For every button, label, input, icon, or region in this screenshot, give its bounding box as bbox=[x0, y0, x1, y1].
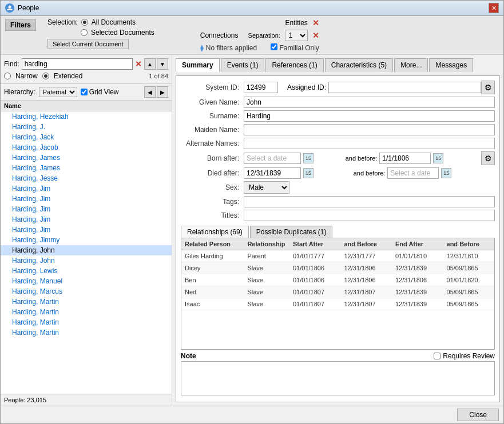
th-end-after: End After bbox=[392, 239, 443, 249]
list-item[interactable]: Harding, John bbox=[1, 245, 172, 255]
assigned-id-input[interactable] bbox=[328, 82, 481, 93]
tags-label: Tags: bbox=[181, 198, 244, 206]
titles-label: Titles: bbox=[181, 211, 244, 219]
th-related-person: Related Person bbox=[181, 239, 244, 249]
maiden-name-row: Maiden Name: bbox=[181, 124, 495, 135]
tab-messages[interactable]: Messages bbox=[429, 58, 473, 72]
tab-events[interactable]: Events (1) bbox=[221, 58, 265, 72]
born-after-calendar-button[interactable]: 15 bbox=[303, 153, 313, 163]
requires-review-container: Requires Review bbox=[434, 352, 495, 360]
hier-next-button[interactable]: ▶ bbox=[157, 86, 168, 98]
list-item[interactable]: Harding, Jacob bbox=[1, 142, 172, 153]
hier-prev-button[interactable]: ◀ bbox=[144, 86, 156, 98]
list-item[interactable]: Harding, Jim bbox=[1, 194, 172, 204]
died-after-input[interactable] bbox=[244, 167, 301, 179]
tab-characteristics[interactable]: Characteristics (5) bbox=[325, 58, 393, 72]
td-relationship: Slave bbox=[244, 287, 289, 297]
window-close-button[interactable]: ✕ bbox=[489, 3, 499, 13]
grid-view-label: Grid View bbox=[89, 88, 119, 96]
familial-only-checkbox[interactable] bbox=[271, 43, 277, 50]
tab-references[interactable]: References (1) bbox=[265, 58, 323, 72]
list-item[interactable]: Harding, Marcus bbox=[1, 286, 172, 297]
note-textarea[interactable] bbox=[181, 361, 495, 395]
surname-row: Surname: bbox=[181, 110, 495, 122]
list-item[interactable]: Harding, Jesse bbox=[1, 173, 172, 183]
table-row[interactable]: Giles Harding Parent 01/01/1777 12/31/17… bbox=[181, 250, 494, 262]
sub-tab-possible-duplicates[interactable]: Possible Duplicates (1) bbox=[250, 226, 333, 238]
died-before-calendar-button[interactable]: 15 bbox=[441, 168, 451, 178]
given-name-row: Given Name: bbox=[181, 97, 495, 108]
born-after-label: Born after: bbox=[181, 154, 244, 162]
td-end-after: 12/31/1806 bbox=[392, 275, 443, 285]
died-and-before-label: and before: bbox=[354, 170, 386, 177]
find-next-button[interactable]: ▼ bbox=[157, 58, 168, 70]
list-item[interactable]: Harding, Martin bbox=[1, 307, 172, 317]
sex-select[interactable]: MaleFemaleUnknown bbox=[244, 181, 289, 194]
titles-input[interactable] bbox=[244, 210, 495, 221]
table-row[interactable]: Isaac Slave 01/01/1807 12/31/1807 12/31/… bbox=[181, 298, 494, 310]
born-after-input[interactable] bbox=[244, 153, 301, 164]
surname-input[interactable] bbox=[244, 110, 495, 122]
list-item[interactable]: Harding, Jim bbox=[1, 183, 172, 194]
table-row[interactable]: Ned Slave 01/01/1807 12/31/1807 12/31/18… bbox=[181, 286, 494, 298]
hierarchy-select[interactable]: Paternal bbox=[39, 87, 77, 97]
th-and-before2: and Before bbox=[443, 239, 495, 249]
separation-select[interactable]: 123 bbox=[285, 30, 308, 41]
born-before-date: 15 bbox=[379, 153, 479, 164]
maiden-name-input[interactable] bbox=[244, 124, 495, 135]
narrow-radio[interactable] bbox=[4, 73, 11, 79]
table-row[interactable]: Ben Slave 01/01/1806 12/31/1806 12/31/18… bbox=[181, 274, 494, 286]
born-before-calendar-button[interactable]: 15 bbox=[433, 153, 443, 163]
td-person: Giles Harding bbox=[181, 251, 244, 261]
maiden-name-label: Maiden Name: bbox=[181, 126, 244, 134]
list-item[interactable]: Harding, Martin bbox=[1, 317, 172, 327]
table-row[interactable]: Dicey Slave 01/01/1806 12/31/1806 12/31/… bbox=[181, 262, 494, 274]
list-item[interactable]: Harding, Jack bbox=[1, 132, 172, 142]
alternate-names-input[interactable] bbox=[244, 138, 495, 149]
died-before-input[interactable] bbox=[387, 167, 439, 179]
surname-label: Surname: bbox=[181, 112, 244, 120]
all-documents-radio[interactable] bbox=[81, 19, 88, 26]
list-item[interactable]: Harding, Hezekiah bbox=[1, 111, 172, 122]
requires-review-checkbox[interactable] bbox=[434, 353, 440, 359]
list-item[interactable]: Harding, Jim bbox=[1, 225, 172, 235]
grid-view-checkbox[interactable] bbox=[81, 89, 88, 95]
list-item[interactable]: Harding, James bbox=[1, 153, 172, 163]
connections-close-button[interactable]: ✕ bbox=[312, 31, 319, 40]
list-item[interactable]: Harding, John bbox=[1, 255, 172, 266]
note-section: Note Requires Review bbox=[181, 352, 495, 397]
selected-documents-radio[interactable] bbox=[81, 29, 88, 36]
given-name-input[interactable] bbox=[244, 97, 495, 108]
list-item[interactable]: Harding, Jim bbox=[1, 204, 172, 214]
list-item[interactable]: Harding, Jim bbox=[1, 214, 172, 225]
table-header: Related Person Relationship Start After … bbox=[181, 238, 494, 250]
td-and-before2: 05/09/1865 bbox=[443, 287, 495, 297]
list-item[interactable]: Harding, Manuel bbox=[1, 276, 172, 286]
find-input[interactable] bbox=[22, 58, 133, 70]
list-item[interactable]: Harding, James bbox=[1, 163, 172, 173]
tags-input[interactable] bbox=[244, 196, 495, 207]
find-clear-button[interactable]: ✕ bbox=[135, 59, 142, 69]
all-documents-label: All Documents bbox=[92, 18, 136, 26]
extended-radio[interactable] bbox=[42, 73, 49, 79]
find-prev-button[interactable]: ▲ bbox=[144, 58, 156, 70]
filters-selection: Selection: All Documents Selected Docume… bbox=[47, 18, 154, 49]
assigned-id-gear-button[interactable]: ⚙ bbox=[481, 81, 495, 94]
close-button[interactable]: Close bbox=[457, 409, 499, 421]
list-item[interactable]: Harding, Lewis bbox=[1, 266, 172, 276]
select-current-button[interactable]: Select Current Document bbox=[47, 39, 129, 49]
td-and-before2: 05/09/1865 bbox=[443, 299, 495, 309]
list-item[interactable]: Harding, Jimmy bbox=[1, 235, 172, 245]
died-after-calendar-button[interactable]: 15 bbox=[303, 168, 313, 178]
list-item[interactable]: Harding, J. bbox=[1, 122, 172, 132]
entities-close-button[interactable]: ✕ bbox=[312, 18, 319, 27]
born-gear-button[interactable]: ⚙ bbox=[481, 151, 495, 165]
sub-tab-relationships[interactable]: Relationships (69) bbox=[181, 226, 249, 238]
list-item[interactable]: Harding, Martin bbox=[1, 327, 172, 338]
people-list[interactable]: Harding, HezekiahHarding, J.Harding, Jac… bbox=[1, 111, 172, 394]
tab-summary[interactable]: Summary bbox=[176, 58, 220, 72]
tab-more[interactable]: More... bbox=[394, 58, 428, 72]
list-item[interactable]: Harding, Martin bbox=[1, 297, 172, 307]
td-person: Ben bbox=[181, 275, 244, 285]
born-before-input[interactable] bbox=[379, 153, 431, 164]
